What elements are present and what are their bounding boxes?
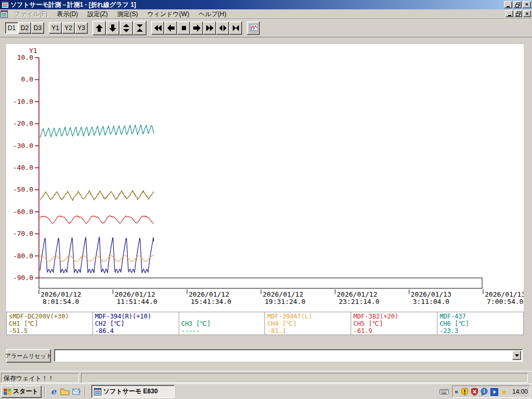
- svg-text:15:41:34.0: 15:41:34.0: [191, 298, 231, 305]
- svg-text:-80.0: -80.0: [13, 252, 33, 260]
- menu-file[interactable]: ファイル(F): [9, 9, 52, 20]
- child-minimize-button[interactable]: [506, 10, 513, 17]
- channel-label: CH3 [℃]: [181, 320, 263, 327]
- restore-button[interactable]: [513, 1, 522, 8]
- menu-view[interactable]: 表示(D): [52, 9, 83, 20]
- svg-text:7:00:54.0: 7:00:54.0: [487, 298, 523, 305]
- child-close-button[interactable]: ×: [523, 10, 531, 17]
- svg-text:10.0: 10.0: [17, 54, 33, 61]
- y3-button[interactable]: Y3: [75, 22, 88, 34]
- svg-text:2026/01/12: 2026/01/12: [189, 290, 229, 298]
- stop-button[interactable]: [177, 21, 190, 35]
- close-icon: ×: [525, 2, 528, 7]
- y2-button[interactable]: Y2: [62, 22, 75, 34]
- left-arrow-icon: [167, 24, 175, 32]
- security-error-shield-icon[interactable]: [470, 388, 479, 396]
- desktop: ソフトサーモ計測－計測1 - [折れ線グラフ 1] × ファイル(F) 表示(D…: [0, 0, 532, 399]
- graph-icon: [249, 24, 258, 32]
- legend-channel-3: CH3 [℃] -----: [179, 312, 265, 335]
- svg-text:2026/01/12: 2026/01/12: [263, 290, 303, 298]
- rewind-icon: [154, 24, 162, 32]
- taskbar-separator: [85, 386, 86, 397]
- info-balloon-icon[interactable]: [480, 388, 489, 396]
- channel-value: -23.3: [440, 327, 521, 335]
- expand-horizontal-button[interactable]: [216, 21, 229, 35]
- folder-icon[interactable]: [60, 387, 70, 397]
- close-icon: ×: [525, 11, 528, 17]
- star-icon[interactable]: ★: [500, 388, 509, 396]
- d3-button[interactable]: D3: [31, 22, 44, 34]
- child-window-controls: ×: [506, 10, 531, 17]
- svg-text:11:51:44.0: 11:51:44.0: [117, 298, 157, 305]
- svg-text:-50.0: -50.0: [13, 185, 33, 193]
- channel-value: -86.4: [95, 327, 177, 335]
- menu-help[interactable]: ヘルプ(H): [194, 9, 231, 20]
- menu-settings[interactable]: 設定(Z): [83, 9, 112, 20]
- browser-icon[interactable]: e: [48, 387, 59, 397]
- y1-button[interactable]: Y1: [49, 22, 62, 34]
- svg-text:0.0: 0.0: [21, 75, 33, 83]
- d2-button[interactable]: D2: [18, 22, 31, 34]
- expand-horizontal-icon: [219, 24, 227, 32]
- title-bar: ソフトサーモ計測－計測1 - [折れ線グラフ 1] ×: [0, 0, 532, 9]
- collapse-horizontal-button[interactable]: [229, 21, 242, 35]
- document-icon: [1, 10, 8, 18]
- svg-text:-20.0: -20.0: [13, 119, 33, 127]
- window-title: ソフトサーモ計測－計測1 - [折れ線グラフ 1]: [10, 0, 136, 9]
- minimize-button[interactable]: [504, 1, 512, 8]
- channel-value: -----: [181, 327, 263, 335]
- task-button-label: ソフトサーモ E830: [103, 387, 158, 396]
- legend-channel-6: MDF-437 CH6 [℃] -23.3: [437, 312, 523, 335]
- keyboard-icon[interactable]: [440, 389, 449, 395]
- tray-expand-chevron[interactable]: «: [455, 388, 458, 395]
- stop-icon: [180, 24, 188, 32]
- channel-value: -81.1: [267, 327, 349, 335]
- svg-text:19:31:24.0: 19:31:24.0: [265, 298, 305, 305]
- collapse-vertical-icon: [136, 24, 144, 32]
- up-arrow-icon: [95, 24, 103, 32]
- legend-channel-2: MDF-394(R)(+10) CH2 [℃] -86.4: [92, 312, 179, 335]
- alarm-reset-button[interactable]: アラームリセット: [6, 349, 51, 363]
- menu-measure[interactable]: 測定(S): [112, 9, 142, 20]
- legend-channel-4: MDF-394AT(L) CH4 [℃] -81.1: [264, 312, 351, 335]
- start-button[interactable]: スタート: [1, 385, 42, 398]
- status-message: 保存ウェイト！！: [1, 373, 79, 383]
- step-left-button[interactable]: [164, 21, 177, 35]
- step-right-button[interactable]: [190, 21, 203, 35]
- app-icon: [2, 1, 9, 8]
- toolbar: D1 D2 D3 Y1 Y2 Y3: [0, 19, 532, 37]
- dropdown-button[interactable]: [512, 351, 521, 360]
- right-arrow-icon: [193, 24, 201, 32]
- tray-icon-group: «: [452, 385, 530, 398]
- expand-vertical-button[interactable]: [119, 21, 133, 35]
- legend-channel-5: MDF-382(+20) CH5 [℃] -61.9: [351, 312, 437, 335]
- menu-window[interactable]: ウィンドウ(W): [142, 9, 194, 20]
- mail-icon[interactable]: [71, 387, 82, 397]
- child-restore-button[interactable]: [514, 10, 522, 17]
- alarm-dropdown[interactable]: [54, 349, 523, 362]
- status-bar: 保存ウェイト！！: [0, 371, 532, 383]
- channel-name: MDF-382(+20): [353, 313, 435, 320]
- collapse-vertical-button[interactable]: [133, 21, 147, 35]
- scroll-up-button[interactable]: [92, 21, 106, 35]
- media-play-badge-icon[interactable]: [490, 388, 499, 396]
- channel-name: sMDF-DC200V(+30): [9, 313, 90, 320]
- channel-legend: sMDF-DC200V(+30) CH1 [℃] -51.5 MDF-394(R…: [6, 312, 524, 335]
- scroll-down-button[interactable]: [106, 21, 119, 35]
- minimize-icon: [508, 15, 511, 16]
- start-label: スタート: [13, 387, 38, 396]
- channel-label: CH4 [℃]: [267, 320, 349, 327]
- channel-value: -61.9: [353, 327, 435, 335]
- taskbar-clock[interactable]: 14:00: [512, 388, 528, 395]
- security-warning-shield-icon[interactable]: [460, 388, 469, 396]
- close-button[interactable]: ×: [523, 1, 531, 8]
- task-button-softthermo[interactable]: ソフトサーモ E830: [91, 385, 175, 398]
- svg-text:2026/01/13: 2026/01/13: [411, 290, 451, 298]
- rewind-button[interactable]: [151, 21, 164, 35]
- graph-settings-button[interactable]: [247, 21, 260, 35]
- legend-channel-1: sMDF-DC200V(+30) CH1 [℃] -51.5: [6, 312, 92, 335]
- channel-label: CH1 [℃]: [9, 320, 90, 327]
- forward-button[interactable]: [203, 21, 216, 35]
- d1-button[interactable]: D1: [5, 22, 18, 34]
- app-icon: [94, 388, 101, 395]
